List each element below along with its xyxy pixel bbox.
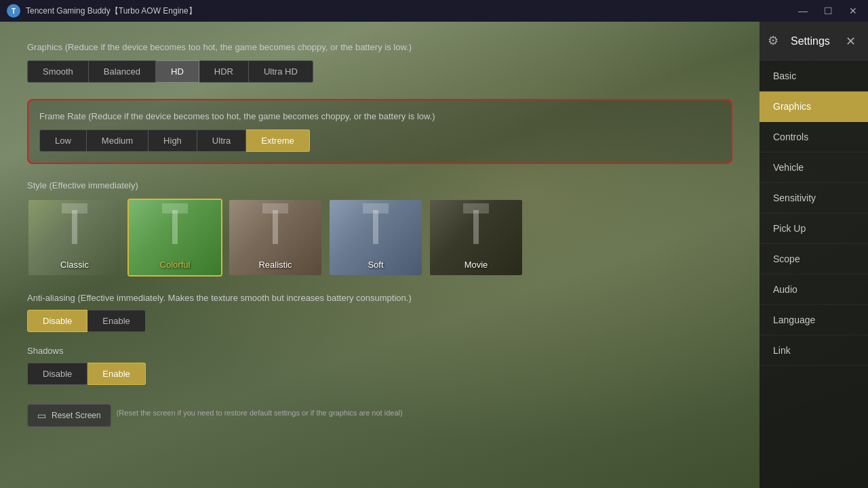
reset-row: ▭ Reset Screen (Reset the screen if you … bbox=[27, 399, 732, 427]
framerate-low-button[interactable]: Low bbox=[39, 129, 87, 152]
framerate-medium-button[interactable]: Medium bbox=[87, 129, 149, 152]
shadows-section: Shadows Disable Enable bbox=[27, 346, 732, 385]
sidebar-item-audio[interactable]: Audio bbox=[760, 274, 868, 305]
style-colorful-item[interactable]: Colorful bbox=[127, 199, 222, 277]
antialiasing-disable-button[interactable]: Disable bbox=[27, 310, 87, 332]
style-colorful-label: Colorful bbox=[129, 260, 221, 270]
maximize-button[interactable]: ☐ bbox=[820, 4, 837, 18]
style-movie-label: Movie bbox=[430, 260, 522, 270]
style-soft-item[interactable]: Soft bbox=[328, 199, 423, 277]
framerate-ultra-button[interactable]: Ultra bbox=[197, 129, 246, 152]
sidebar: ⚙ Settings ✕ Basic Graphics Controls Veh… bbox=[760, 22, 868, 488]
style-classic-item[interactable]: Classic bbox=[27, 199, 122, 277]
antialiasing-enable-button[interactable]: Enable bbox=[87, 310, 145, 332]
main-layout: Graphics (Reduce if the device becomes t… bbox=[0, 22, 868, 488]
titlebar: T Tencent Gaming Buddy【Turbo AOW Engine】… bbox=[0, 0, 868, 22]
graphics-section-title: Graphics (Reduce if the device becomes t… bbox=[27, 42, 732, 52]
style-classic-label: Classic bbox=[28, 260, 121, 270]
reset-description: (Reset the screen if you need to restore… bbox=[117, 409, 403, 417]
sidebar-title: Settings bbox=[791, 35, 830, 47]
reset-screen-button[interactable]: ▭ Reset Screen bbox=[27, 404, 111, 427]
sidebar-item-controls[interactable]: Controls bbox=[760, 122, 868, 152]
sidebar-item-link[interactable]: Link bbox=[760, 336, 868, 366]
framerate-options: Low Medium High Ultra Extreme bbox=[39, 129, 720, 152]
graphics-ultrahd-button[interactable]: Ultra HD bbox=[249, 60, 313, 83]
scene-tower-colorful bbox=[172, 210, 178, 244]
graphics-smooth-button[interactable]: Smooth bbox=[27, 60, 89, 83]
graphics-hdr-button[interactable]: HDR bbox=[199, 60, 249, 83]
window-controls: — ☐ ✕ bbox=[794, 4, 861, 18]
antialiasing-options: Disable Enable bbox=[27, 310, 732, 332]
scene-tower-soft bbox=[373, 210, 378, 244]
graphics-section: Graphics (Reduce if the device becomes t… bbox=[27, 42, 732, 83]
shadows-options: Disable Enable bbox=[27, 363, 732, 385]
framerate-extreme-button[interactable]: Extreme bbox=[246, 129, 309, 152]
style-movie-item[interactable]: Movie bbox=[429, 199, 524, 277]
settings-close-button[interactable]: ✕ bbox=[842, 33, 860, 50]
style-section: Style (Effective immediately) Classic Co… bbox=[27, 180, 732, 277]
gear-icon: ⚙ bbox=[768, 33, 784, 49]
shadows-enable-button[interactable]: Enable bbox=[87, 363, 145, 385]
framerate-section: Frame Rate (Reduce if the device becomes… bbox=[27, 99, 732, 164]
settings-panel: Graphics (Reduce if the device becomes t… bbox=[0, 22, 760, 488]
shadows-title: Shadows bbox=[27, 346, 732, 356]
sidebar-item-language[interactable]: Language bbox=[760, 305, 868, 336]
graphics-options: Smooth Balanced HD HDR Ultra HD bbox=[27, 60, 732, 83]
sidebar-item-pickup[interactable]: Pick Up bbox=[760, 214, 868, 244]
sidebar-item-vehicle[interactable]: Vehicle bbox=[760, 152, 868, 183]
sidebar-header: ⚙ Settings ✕ bbox=[760, 22, 868, 61]
close-window-button[interactable]: ✕ bbox=[845, 4, 861, 18]
style-realistic-label: Realistic bbox=[229, 260, 321, 270]
antialiasing-section: Anti-aliasing (Effective immediately. Ma… bbox=[27, 293, 732, 332]
framerate-high-button[interactable]: High bbox=[149, 129, 197, 152]
sidebar-item-scope[interactable]: Scope bbox=[760, 244, 868, 274]
sidebar-item-graphics[interactable]: Graphics bbox=[760, 92, 868, 122]
style-realistic-item[interactable]: Realistic bbox=[228, 199, 323, 277]
graphics-balanced-button[interactable]: Balanced bbox=[89, 60, 156, 83]
reset-label: Reset Screen bbox=[52, 411, 101, 420]
minimize-button[interactable]: — bbox=[794, 4, 812, 18]
style-options: Classic Colorful Realistic bbox=[27, 199, 732, 277]
style-soft-label: Soft bbox=[330, 260, 422, 270]
app-icon: T bbox=[7, 4, 20, 18]
style-section-title: Style (Effective immediately) bbox=[27, 180, 732, 190]
reset-icon: ▭ bbox=[37, 410, 46, 421]
framerate-section-title: Frame Rate (Reduce if the device becomes… bbox=[39, 111, 720, 121]
scene-tower-movie bbox=[473, 210, 479, 244]
graphics-hd-button[interactable]: HD bbox=[156, 60, 199, 83]
sidebar-item-sensitivity[interactable]: Sensitivity bbox=[760, 183, 868, 214]
sidebar-item-basic[interactable]: Basic bbox=[760, 61, 868, 92]
titlebar-title: Tencent Gaming Buddy【Turbo AOW Engine】 bbox=[26, 5, 794, 17]
shadows-disable-button[interactable]: Disable bbox=[27, 363, 87, 385]
scene-tower-realistic bbox=[273, 210, 278, 244]
sidebar-nav: Basic Graphics Controls Vehicle Sensitiv… bbox=[760, 61, 868, 488]
antialiasing-title: Anti-aliasing (Effective immediately. Ma… bbox=[27, 293, 732, 303]
scene-tower-classic bbox=[72, 210, 77, 244]
